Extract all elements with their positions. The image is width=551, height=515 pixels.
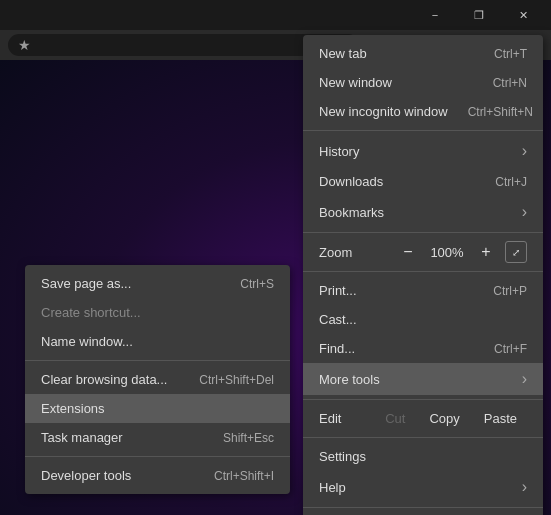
menu-item-new-tab[interactable]: New tab Ctrl+T: [303, 39, 543, 68]
menu-item-task-manager-shortcut: Shift+Esc: [223, 431, 274, 445]
menu-item-more-tools-label: More tools: [319, 372, 380, 387]
main-menu: New tab Ctrl+T New window Ctrl+N New inc…: [303, 35, 543, 515]
menu-item-create-shortcut[interactable]: Create shortcut...: [25, 298, 290, 327]
menu-item-bookmarks[interactable]: Bookmarks: [303, 196, 543, 228]
zoom-label: Zoom: [319, 245, 389, 260]
menu-item-new-window-label: New window: [319, 75, 392, 90]
menu-item-find-shortcut: Ctrl+F: [494, 342, 527, 356]
cut-button[interactable]: Cut: [375, 408, 415, 429]
divider-3: [303, 271, 543, 272]
paste-button[interactable]: Paste: [474, 408, 527, 429]
menu-item-print-label: Print...: [319, 283, 357, 298]
menu-item-cast[interactable]: Cast...: [303, 305, 543, 334]
menu-item-history[interactable]: History: [303, 135, 543, 167]
title-bar: − ❐ ✕: [0, 0, 551, 30]
menu-item-devtools[interactable]: Developer tools Ctrl+Shift+I: [25, 461, 290, 490]
zoom-row: Zoom − 100% + ⤢: [303, 237, 543, 267]
menu-item-name-window-label: Name window...: [41, 334, 133, 349]
menu-item-incognito-label: New incognito window: [319, 104, 448, 119]
menu-item-help-label: Help: [319, 480, 346, 495]
menu-item-extensions[interactable]: Extensions: [25, 394, 290, 423]
menu-item-bookmarks-label: Bookmarks: [319, 205, 384, 220]
menu-item-extensions-label: Extensions: [41, 401, 105, 416]
menu-item-incognito[interactable]: New incognito window Ctrl+Shift+N: [303, 97, 543, 126]
menu-item-find-label: Find...: [319, 341, 355, 356]
menu-item-downloads-label: Downloads: [319, 174, 383, 189]
edit-row: Edit Cut Copy Paste: [303, 404, 543, 433]
menu-item-incognito-shortcut: Ctrl+Shift+N: [468, 105, 533, 119]
menu-item-history-label: History: [319, 144, 359, 159]
menu-item-cast-label: Cast...: [319, 312, 357, 327]
submenu-divider-1: [25, 360, 290, 361]
menu-item-help[interactable]: Help: [303, 471, 543, 503]
menu-item-new-window[interactable]: New window Ctrl+N: [303, 68, 543, 97]
menu-item-devtools-label: Developer tools: [41, 468, 131, 483]
menu-item-new-window-shortcut: Ctrl+N: [493, 76, 527, 90]
zoom-value: 100%: [427, 245, 467, 260]
menu-item-new-tab-label: New tab: [319, 46, 367, 61]
menu-item-save-page-shortcut: Ctrl+S: [240, 277, 274, 291]
menu-item-more-tools[interactable]: More tools: [303, 363, 543, 395]
maximize-button[interactable]: ❐: [459, 4, 499, 26]
divider-2: [303, 232, 543, 233]
divider-6: [303, 507, 543, 508]
copy-button[interactable]: Copy: [419, 408, 469, 429]
menu-item-save-page[interactable]: Save page as... Ctrl+S: [25, 269, 290, 298]
menu-item-name-window[interactable]: Name window...: [25, 327, 290, 356]
minimize-button[interactable]: −: [415, 4, 455, 26]
edit-label: Edit: [319, 411, 371, 426]
menu-item-clear-browsing-label: Clear browsing data...: [41, 372, 167, 387]
zoom-expand-button[interactable]: ⤢: [505, 241, 527, 263]
menu-item-clear-browsing-shortcut: Ctrl+Shift+Del: [199, 373, 274, 387]
menu-item-save-page-label: Save page as...: [41, 276, 131, 291]
menu-item-create-shortcut-label: Create shortcut...: [41, 305, 141, 320]
window-controls: − ❐ ✕: [415, 4, 543, 26]
zoom-minus-button[interactable]: −: [397, 241, 419, 263]
menu-item-find[interactable]: Find... Ctrl+F: [303, 334, 543, 363]
menu-item-devtools-shortcut: Ctrl+Shift+I: [214, 469, 274, 483]
zoom-plus-button[interactable]: +: [475, 241, 497, 263]
menu-item-settings-label: Settings: [319, 449, 366, 464]
divider-5: [303, 437, 543, 438]
menu-item-task-manager-label: Task manager: [41, 430, 123, 445]
menu-item-clear-browsing[interactable]: Clear browsing data... Ctrl+Shift+Del: [25, 365, 290, 394]
menu-item-new-tab-shortcut: Ctrl+T: [494, 47, 527, 61]
star-icon: ★: [18, 37, 31, 53]
divider-1: [303, 130, 543, 131]
submenu-divider-2: [25, 456, 290, 457]
menu-item-task-manager[interactable]: Task manager Shift+Esc: [25, 423, 290, 452]
more-tools-submenu: Save page as... Ctrl+S Create shortcut..…: [25, 265, 290, 494]
menu-item-print-shortcut: Ctrl+P: [493, 284, 527, 298]
close-button[interactable]: ✕: [503, 4, 543, 26]
menu-item-settings[interactable]: Settings: [303, 442, 543, 471]
menu-item-downloads-shortcut: Ctrl+J: [495, 175, 527, 189]
divider-4: [303, 399, 543, 400]
menu-item-downloads[interactable]: Downloads Ctrl+J: [303, 167, 543, 196]
menu-item-print[interactable]: Print... Ctrl+P: [303, 276, 543, 305]
